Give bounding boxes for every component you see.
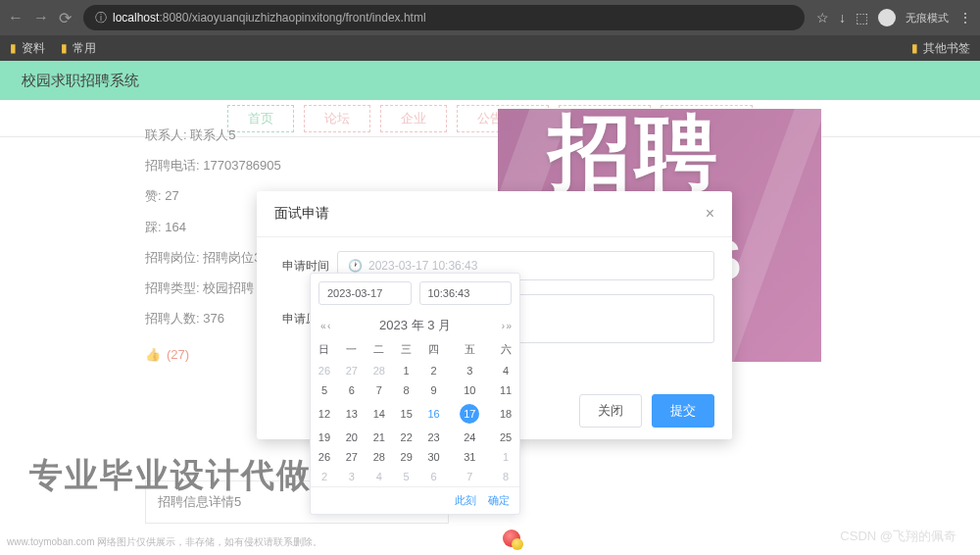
calendar-day[interactable]: 27 (338, 361, 366, 380)
calendar-day[interactable]: 3 (338, 467, 366, 486)
site-info-icon[interactable]: ⓘ (95, 10, 107, 26)
calendar-day[interactable]: 9 (420, 380, 448, 400)
calendar-day[interactable]: 6 (338, 380, 366, 400)
calendar-day[interactable]: 7 (366, 380, 393, 400)
submit-button[interactable]: 提交 (652, 394, 714, 428)
circle-mark-icon (503, 530, 524, 551)
calendar-day[interactable]: 22 (393, 428, 420, 447)
datepicker-time-input[interactable] (419, 281, 513, 305)
datepicker-title: 2023 年 3 月 (379, 317, 451, 334)
calendar-day[interactable]: 7 (448, 467, 493, 486)
calendar-day[interactable]: 28 (366, 447, 393, 467)
calendar-day[interactable]: 5 (311, 380, 338, 400)
calendar-day[interactable]: 8 (492, 467, 519, 486)
calendar-day[interactable]: 3 (448, 361, 493, 380)
calendar-day[interactable]: 1 (393, 361, 420, 380)
calendar-day[interactable]: 23 (420, 428, 448, 447)
calendar-day[interactable]: 14 (366, 400, 393, 428)
calendar-day[interactable]: 2 (311, 467, 338, 486)
confirm-button[interactable]: 确定 (488, 493, 510, 508)
calendar-day[interactable]: 19 (311, 428, 338, 447)
bookmark-folder-2[interactable]: ▮常用 (61, 40, 96, 57)
watermark-big: 专业毕业设计代做 (29, 453, 312, 498)
clock-icon: 🕐 (348, 259, 363, 273)
bookmark-folder-1[interactable]: ▮资料 (10, 40, 45, 57)
calendar-day[interactable]: 2 (420, 361, 448, 380)
watermark-small: www.toymoban.com 网络图片仅供展示，非存储，如有侵权请联系删除。 (7, 535, 322, 549)
profile-avatar-icon[interactable] (878, 9, 896, 26)
app-box-icon[interactable]: ⬚ (856, 10, 868, 25)
weekday-header: 日 (311, 338, 338, 361)
datepicker-calendar: 日一二三四五六 26272812345678910111213141516171… (311, 338, 519, 486)
datepicker-footer: 此刻 确定 (311, 486, 519, 514)
calendar-day[interactable]: 16 (420, 400, 448, 428)
now-button[interactable]: 此刻 (455, 493, 476, 508)
browser-toolbar: ← → ⟳ ⓘ localhost:8080/xiaoyuanqiuzhizha… (0, 0, 980, 35)
url-bar[interactable]: ⓘ localhost:8080/xiaoyuanqiuzhizhaopinxi… (83, 5, 805, 30)
url-path: /xiaoyuanqiuzhizhaopinxitong/front/index… (188, 11, 425, 25)
modal-header: 面试申请 × (257, 191, 732, 237)
calendar-day[interactable]: 18 (492, 400, 519, 428)
weekday-header: 三 (393, 338, 420, 361)
calendar-day[interactable]: 21 (366, 428, 393, 447)
weekday-header: 六 (492, 338, 519, 361)
calendar-day[interactable]: 15 (393, 400, 420, 428)
calendar-day[interactable]: 8 (393, 380, 420, 400)
calendar-day[interactable]: 27 (338, 447, 366, 467)
browser-right-controls: ☆ ↓ ⬚ 无痕模式 ⋮ (816, 9, 972, 26)
calendar-day[interactable]: 11 (492, 380, 519, 400)
bookmark-other[interactable]: ▮其他书签 (911, 40, 970, 57)
forward-icon[interactable]: → (33, 9, 49, 27)
calendar-day[interactable]: 1 (492, 447, 519, 467)
calendar-day[interactable]: 25 (492, 428, 519, 447)
back-icon[interactable]: ← (8, 9, 24, 27)
next-month-icon[interactable]: › (502, 321, 503, 331)
calendar-day[interactable]: 26 (311, 361, 338, 380)
site-header: 校园求职招聘系统 (0, 61, 980, 100)
calendar-day[interactable]: 6 (420, 467, 448, 486)
prev-year-icon[interactable]: « (320, 321, 324, 331)
bookmark-bar: ▮资料 ▮常用 ▮其他书签 (0, 35, 980, 61)
nav-controls: ← → ⟳ (8, 9, 72, 27)
calendar-day[interactable]: 12 (311, 400, 338, 428)
calendar-day[interactable]: 24 (448, 428, 493, 447)
download-icon[interactable]: ↓ (839, 10, 846, 25)
prev-month-icon[interactable]: ‹ (327, 321, 328, 331)
url-port: :8080 (159, 11, 188, 25)
cancel-button[interactable]: 关闭 (579, 394, 642, 428)
calendar-day[interactable]: 20 (338, 428, 366, 447)
weekday-header: 二 (366, 338, 393, 361)
calendar-day[interactable]: 4 (492, 361, 519, 380)
folder-icon: ▮ (911, 41, 918, 55)
calendar-day[interactable]: 31 (448, 447, 493, 467)
next-year-icon[interactable]: » (506, 321, 510, 331)
weekday-header: 四 (420, 338, 448, 361)
calendar-day[interactable]: 4 (366, 467, 393, 486)
weekday-header: 五 (448, 338, 493, 361)
modal-footer: 关闭 提交 (579, 394, 714, 428)
menu-icon[interactable]: ⋮ (958, 10, 972, 25)
calendar-day[interactable]: 28 (366, 361, 393, 380)
apply-time-label: 申请时间 (274, 258, 329, 275)
weekday-header: 一 (338, 338, 366, 361)
calendar-day[interactable]: 29 (393, 447, 420, 467)
star-icon[interactable]: ☆ (816, 10, 829, 25)
modal-close-icon[interactable]: × (706, 205, 714, 223)
calendar-day[interactable]: 13 (338, 400, 366, 428)
calendar-day[interactable]: 17 (448, 400, 493, 428)
datepicker-popup: « ‹ 2023 年 3 月 › » 日一二三四五六 2627281234567… (310, 273, 520, 515)
site-title: 校园求职招聘系统 (22, 72, 139, 90)
calendar-day[interactable]: 5 (393, 467, 420, 486)
incognito-label: 无痕模式 (906, 11, 949, 25)
datepicker-date-input[interactable] (318, 281, 412, 305)
watermark-right: CSDN @飞翔的佩奇 (840, 528, 956, 545)
folder-icon: ▮ (61, 41, 68, 55)
url-host: localhost (113, 11, 159, 25)
folder-icon: ▮ (10, 41, 17, 55)
calendar-day[interactable]: 26 (311, 447, 338, 467)
apply-time-placeholder: 2023-03-17 10:36:43 (368, 259, 477, 273)
reload-icon[interactable]: ⟳ (59, 9, 72, 27)
datepicker-header: « ‹ 2023 年 3 月 › » (311, 313, 519, 338)
calendar-day[interactable]: 30 (420, 447, 448, 467)
calendar-day[interactable]: 10 (448, 380, 493, 400)
